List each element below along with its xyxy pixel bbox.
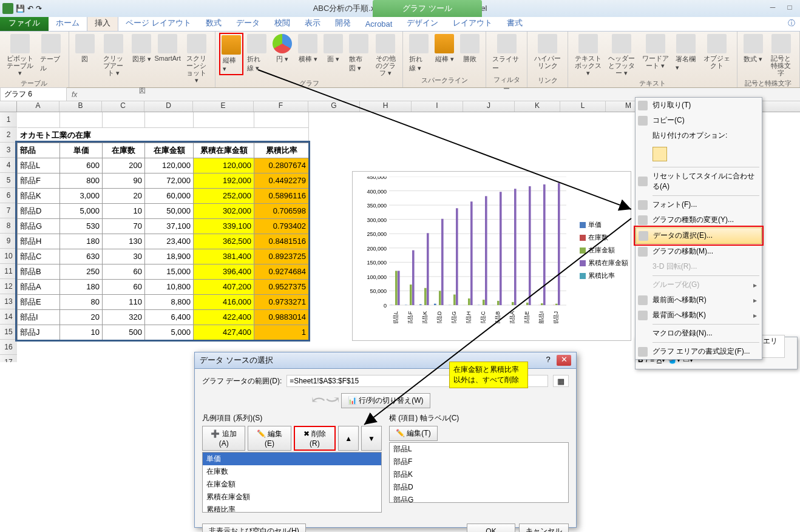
table-cell[interactable]: 252,000 [194,188,254,203]
table-cell[interactable]: 部品J [18,325,60,340]
row-header-13[interactable]: 13 [0,294,17,309]
table-cell[interactable]: 600 [60,158,103,173]
row-header-17[interactable]: 17 [0,355,17,362]
cells-area[interactable]: オカモト工業の在庫部品単価在庫数在庫金額累積在庫金額累積比率部品L6002001… [17,112,309,362]
range-ref-button[interactable]: ▦ [553,375,569,387]
table-cell[interactable]: 部品E [18,294,60,309]
table-cell[interactable]: 320 [103,309,145,325]
ribbon-button-横棒[interactable]: 横棒 ▾ [296,33,320,65]
row-header-16[interactable]: 16 [0,340,17,355]
table-cell[interactable]: 部品H [18,234,60,249]
table-cell[interactable]: 部品C [18,249,60,264]
table-cell[interactable]: 0.9733271 [254,294,309,309]
table-cell[interactable]: 0.9883014 [254,309,309,325]
column-header-I[interactable]: I [412,101,463,112]
category-edit-button[interactable]: ✏️ 編集(T) [389,426,438,441]
table-cell[interactable]: 部品K [18,188,60,203]
row-header-14[interactable]: 14 [0,309,17,325]
ribbon-button-勝敗[interactable]: 勝敗 [458,33,482,65]
table-cell[interactable]: 部品G [18,218,60,234]
ribbon-tab-ホーム[interactable]: ホーム [49,15,87,31]
ribbon-tab-校閲[interactable]: 校閲 [267,15,297,31]
ribbon-button-SmartArt[interactable]: SmartArt [155,33,180,63]
table-cell[interactable]: 6,400 [145,309,194,325]
category-list-item[interactable]: 部品D [390,481,568,494]
series-up-button[interactable]: ▲ [338,426,359,451]
context-menu-item[interactable]: グラフの移動(M)... [636,244,762,259]
column-header-F[interactable]: F [254,101,308,112]
column-header-K[interactable]: K [515,101,560,112]
ribbon-tab-挿入[interactable]: 挿入 [87,15,118,31]
table-cell[interactable]: 60,000 [145,188,194,203]
column-header-E[interactable]: E [193,101,254,112]
table-cell[interactable]: 10 [103,203,145,218]
context-menu-item[interactable]: データの選択(E)... [636,227,762,244]
row-header-9[interactable]: 9 [0,234,17,249]
ribbon-button-クリップアート[interactable]: クリップアート ▾ [98,33,129,78]
table-cell[interactable]: 180 [60,234,103,249]
table-cell[interactable]: 800 [60,173,103,188]
context-menu-item[interactable]: フォント(F)... [636,197,762,212]
ribbon-button-スライサー[interactable]: スライサー [490,33,523,74]
series-list[interactable]: 単価在庫数在庫金額累積在庫金額累積比率 [202,452,382,513]
table-cell[interactable]: 0.793402 [254,218,309,234]
table-cell[interactable]: 部品B [18,264,60,279]
table-cell[interactable]: 530 [60,218,103,234]
table-header-cell[interactable]: 部品 [18,143,60,158]
table-cell[interactable]: 23,400 [145,234,194,249]
ribbon-tab-書式[interactable]: 書式 [500,15,530,31]
column-header-J[interactable]: J [463,101,515,112]
ribbon-button-署名欄[interactable]: 署名欄 ▾ [673,33,699,73]
series-edit-button[interactable]: ✏️ 編集(E) [248,426,291,451]
table-cell[interactable]: 18,900 [145,249,194,264]
table-cell[interactable]: 500 [103,325,145,340]
ribbon-button-図形[interactable]: 図形 ▾ [129,33,154,65]
ribbon-button-オブジェクト[interactable]: オブジェクト [700,33,733,70]
table-cell[interactable]: 15,000 [145,264,194,279]
table-cell[interactable]: 0.9527375 [254,279,309,294]
table-cell[interactable]: 90 [103,173,145,188]
row-header-15[interactable]: 15 [0,325,17,340]
minimize-icon[interactable]: ─ [765,3,781,14]
help-icon[interactable]: ⓘ [783,16,800,31]
row-header-6[interactable]: 6 [0,188,17,203]
table-cell[interactable]: 362,500 [194,234,254,249]
table-header-cell[interactable]: 単価 [60,143,103,158]
column-header-A[interactable]: A [17,101,59,112]
embedded-chart[interactable]: 050,000100,000150,000200,000250,000300,0… [352,171,631,341]
ribbon-button-テキストボックス[interactable]: テキストボックス ▾ [572,33,605,78]
table-cell[interactable]: 180 [60,279,103,294]
ribbon-button-ヘッダーとフッター[interactable]: ヘッダーとフッター ▾ [606,33,639,78]
fx-icon[interactable]: fx [67,90,82,99]
ribbon-button-ハイパーリンク[interactable]: ハイパーリンク [531,33,564,70]
table-cell[interactable]: 60 [103,279,145,294]
table-cell[interactable]: 部品A [18,279,60,294]
ribbon-button-数式[interactable]: 数式 ▾ [741,33,765,65]
ribbon-button-縦棒[interactable]: 縦棒 ▾ [219,33,243,75]
table-cell[interactable]: 部品F [18,173,60,188]
context-menu-item[interactable]: 最前面へ移動(R)▸ [636,292,762,308]
table-cell[interactable]: 302,000 [194,203,254,218]
table-cell[interactable]: 0.5896116 [254,188,309,203]
table-cell[interactable]: 20 [60,309,103,325]
row-header-5[interactable]: 5 [0,173,17,188]
series-list-item[interactable]: 単価 [203,453,381,465]
ribbon-button-スクリーンショット[interactable]: スクリーンショット ▾ [181,33,212,85]
ribbon-button-縦棒[interactable]: 縦棒 ▾ [432,33,456,65]
column-header-G[interactable]: G [308,101,360,112]
ribbon-tab-レイアウト[interactable]: レイアウト [446,15,500,31]
redo-icon[interactable]: ↷ [36,4,42,13]
context-menu-item[interactable]: グラフの種類の変更(Y)... [636,212,762,227]
ribbon-tab-数式[interactable]: 数式 [198,15,229,31]
ribbon-tab-デザイン[interactable]: デザイン [399,15,446,31]
row-header-4[interactable]: 4 [0,158,17,173]
table-cell[interactable]: 130 [103,234,145,249]
cancel-button[interactable]: キャンセル [519,524,569,532]
context-menu-item[interactable]: リセットしてスタイルに合わせる(A) [636,169,762,194]
table-cell[interactable]: 10 [60,325,103,340]
legend-item[interactable]: 単価 [580,220,628,229]
table-cell[interactable]: 部品L [18,158,60,173]
table-cell[interactable]: 8,800 [145,294,194,309]
table-cell[interactable]: 416,000 [194,294,254,309]
ribbon-tab-データ[interactable]: データ [229,15,267,31]
